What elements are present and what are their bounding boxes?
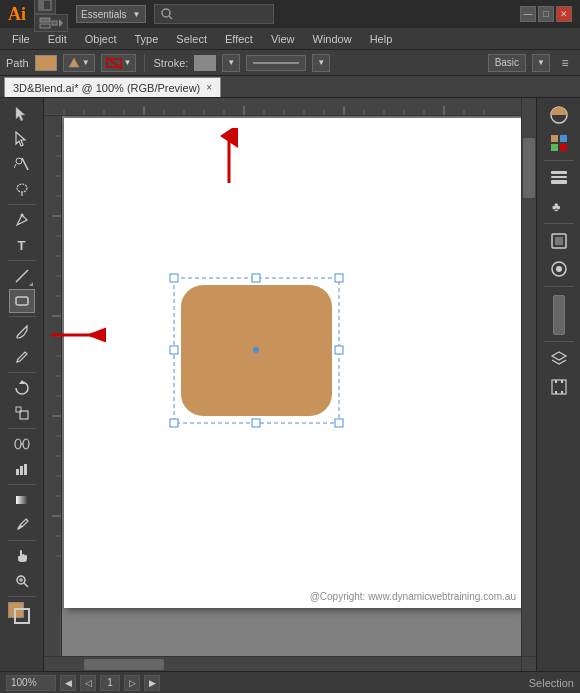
- arrange-icon-btn[interactable]: [34, 14, 68, 32]
- tool-line[interactable]: [9, 264, 35, 288]
- svg-rect-107: [555, 237, 563, 245]
- tool-zoom[interactable]: [9, 569, 35, 593]
- stroke-weight[interactable]: [246, 55, 306, 71]
- stroke-color-swatch[interactable]: [194, 55, 216, 71]
- panel-icon-btn[interactable]: [34, 0, 56, 14]
- tool-graph[interactable]: [9, 457, 35, 481]
- tool-selection[interactable]: [9, 102, 35, 126]
- menu-type[interactable]: Type: [127, 31, 167, 47]
- tool-paintbrush[interactable]: [9, 320, 35, 344]
- search-input[interactable]: [173, 8, 263, 20]
- zoom-input[interactable]: 100%: [6, 675, 56, 691]
- title-bar: Ai Essentials ▼ — □ ✕: [0, 0, 580, 28]
- tool-pen[interactable]: [9, 208, 35, 232]
- tab-bar: 3D&Blend.ai* @ 100% (RGB/Preview) ×: [0, 76, 580, 98]
- svg-rect-88: [170, 346, 178, 354]
- svg-rect-89: [335, 346, 343, 354]
- svg-rect-112: [561, 380, 563, 383]
- nav-forward-btn[interactable]: ▷: [124, 675, 140, 691]
- svg-rect-98: [551, 135, 558, 142]
- nav-prev-btn[interactable]: ◀: [60, 675, 76, 691]
- menu-select[interactable]: Select: [168, 31, 215, 47]
- svg-point-16: [17, 184, 27, 192]
- status-text: Selection: [529, 677, 574, 689]
- tool-gradient[interactable]: [9, 488, 35, 512]
- ruler-left: [44, 116, 62, 656]
- svg-point-18: [20, 214, 23, 217]
- svg-point-109: [556, 266, 562, 272]
- fill-color-swatch[interactable]: [35, 55, 57, 71]
- fill-dropdown[interactable]: ▼: [63, 54, 95, 72]
- rpanel-sep-2: [544, 223, 574, 224]
- tool-magic-wand[interactable]: [9, 152, 35, 176]
- rpanel-symbols-btn[interactable]: ♣: [545, 193, 573, 219]
- rpanel-layers-btn[interactable]: [545, 346, 573, 372]
- svg-rect-111: [555, 380, 557, 383]
- menu-help[interactable]: Help: [362, 31, 401, 47]
- svg-rect-31: [16, 496, 28, 504]
- fill-stroke-indicator[interactable]: [8, 602, 36, 628]
- svg-point-6: [162, 9, 170, 17]
- rpanel-artboards-btn[interactable]: [545, 374, 573, 400]
- left-toolbar: T: [0, 98, 44, 671]
- document-tab[interactable]: 3D&Blend.ai* @ 100% (RGB/Preview) ×: [4, 77, 221, 97]
- rpanel-swatches-btn[interactable]: [545, 130, 573, 156]
- svg-rect-101: [560, 144, 567, 151]
- tool-rounded-rect[interactable]: [9, 289, 35, 313]
- rpanel-brushes-btn[interactable]: [545, 165, 573, 191]
- tool-direct-selection[interactable]: [9, 127, 35, 151]
- svg-rect-90: [170, 419, 178, 427]
- tool-pencil[interactable]: [9, 345, 35, 369]
- minimize-button[interactable]: —: [520, 6, 536, 22]
- tool-blend[interactable]: [9, 432, 35, 456]
- maximize-button[interactable]: □: [538, 6, 554, 22]
- shape-container[interactable]: [169, 273, 344, 428]
- vertical-scrollbar[interactable]: [521, 98, 536, 656]
- window-controls: — □ ✕: [520, 6, 572, 22]
- stroke-style-dropdown[interactable]: ▼: [312, 54, 330, 72]
- menu-effect[interactable]: Effect: [217, 31, 261, 47]
- tool-hand[interactable]: [9, 544, 35, 568]
- nav-back-btn[interactable]: ◁: [80, 675, 96, 691]
- stroke-dropdown[interactable]: ▼: [222, 54, 240, 72]
- menu-object[interactable]: Object: [77, 31, 125, 47]
- menu-view[interactable]: View: [263, 31, 303, 47]
- tool-eyedropper[interactable]: [9, 513, 35, 537]
- close-button[interactable]: ✕: [556, 6, 572, 22]
- rpanel-graphic-styles-btn[interactable]: [545, 228, 573, 254]
- toolbar-separator-4: [8, 372, 36, 373]
- svg-rect-91: [252, 419, 260, 427]
- svg-marker-12: [16, 132, 25, 146]
- svg-rect-102: [551, 171, 567, 174]
- arrow-up-annotation: [214, 128, 244, 190]
- basic-style-label[interactable]: Basic: [488, 54, 526, 72]
- page-number[interactable]: 1: [100, 675, 120, 691]
- rpanel-color-btn[interactable]: [545, 102, 573, 128]
- tool-type[interactable]: T: [9, 233, 35, 257]
- search-bar[interactable]: [154, 4, 274, 24]
- shape-svg: [169, 273, 344, 428]
- workspace-dropdown[interactable]: Essentials ▼: [76, 5, 146, 23]
- rpanel-scroll-grip[interactable]: [553, 295, 565, 335]
- menu-edit[interactable]: Edit: [40, 31, 75, 47]
- tab-close-button[interactable]: ×: [206, 82, 212, 93]
- fill-type-dropdown[interactable]: ▼: [101, 54, 137, 72]
- menu-window[interactable]: Window: [305, 31, 360, 47]
- rpanel-sep-1: [544, 160, 574, 161]
- options-more-icon[interactable]: ≡: [556, 54, 574, 72]
- menu-file[interactable]: File: [4, 31, 38, 47]
- toolbar-separator-2: [8, 260, 36, 261]
- toolbar-separator-1: [8, 204, 36, 205]
- rpanel-sep-4: [544, 341, 574, 342]
- tool-lasso[interactable]: [9, 177, 35, 201]
- tool-scale[interactable]: [9, 401, 35, 425]
- rpanel-appearance-btn[interactable]: [545, 256, 573, 282]
- basic-dropdown[interactable]: ▼: [532, 54, 550, 72]
- tool-rotate[interactable]: [9, 376, 35, 400]
- svg-point-25: [15, 439, 21, 449]
- svg-point-14: [16, 158, 22, 164]
- svg-point-94: [253, 347, 259, 353]
- nav-next-btn[interactable]: ▶: [144, 675, 160, 691]
- svg-rect-87: [335, 274, 343, 282]
- horizontal-scrollbar[interactable]: [44, 656, 521, 671]
